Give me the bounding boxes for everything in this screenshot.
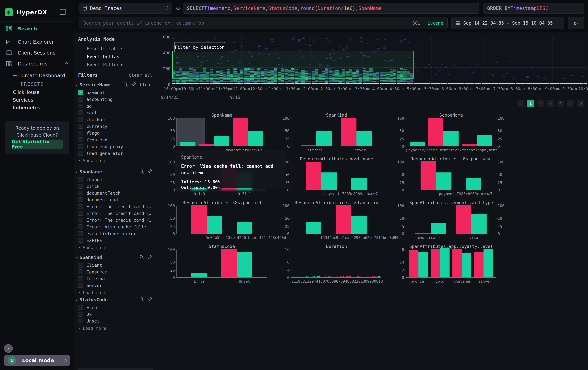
pin-icon[interactable] [148,297,152,302]
filter-group-header-SpanKind[interactable]: SpanKind [76,253,155,261]
filter-option-ok[interactable]: Ok [78,311,154,318]
filter-option-frontend[interactable]: frontend [78,136,154,143]
sidebar-item-kubernetes[interactable]: Kubernetes [0,103,74,113]
pin-icon[interactable] [132,82,136,88]
search-icon[interactable] [139,169,144,175]
sidebar-collapse-icon[interactable] [59,9,66,15]
filter-option-consumer[interactable]: Consumer [78,269,154,275]
filter-option-currency[interactable]: currency [78,123,154,130]
filter-option-error-the-credit-card-[interactable]: Error: The credit card (… [78,210,154,217]
filter-option-expire[interactable]: EXPIRE [78,237,154,244]
search-input[interactable]: Search your events w/ Lucene ex. column:… [79,17,448,29]
checkbox-unchecked[interactable] [78,144,83,149]
local-mode-menu[interactable]: U Local mode [4,355,70,366]
pin-icon[interactable] [148,255,152,260]
date-range-picker[interactable]: Sep 14 22:04:35 - Sep 15 10:04:35 [452,17,564,29]
checkbox-unchecked[interactable] [78,124,83,129]
checkbox-unchecked[interactable] [78,137,83,142]
chart-plot[interactable] [406,250,496,278]
checkbox-unchecked[interactable] [78,270,83,274]
analysis-mode-event-patterns[interactable]: Event Patterns [81,61,151,69]
page-button-4[interactable]: 4 [557,100,564,107]
filter-option-unset[interactable]: Unset [78,318,154,324]
filter-option-error-visa-cache-full-[interactable]: Error: Visa cache full: … [78,223,154,230]
chart-plot[interactable] [291,118,381,146]
heatmap-plot[interactable] [172,36,587,85]
page-button-5[interactable]: 5 [567,100,574,107]
help-button[interactable]: ? [4,344,13,353]
checkbox-unchecked[interactable] [78,231,83,236]
run-query-button[interactable]: ▷ [568,17,584,29]
create-dashboard-button[interactable]: + Create Dashboard [0,70,74,80]
chart-plot[interactable] [177,118,267,146]
chart-plot[interactable] [291,250,381,278]
gear-icon[interactable]: ⚙ [174,4,182,12]
filter-option-payment[interactable]: ✓payment [78,89,154,96]
checkbox-unchecked[interactable] [78,104,83,109]
source-select[interactable]: Demo Traces [79,3,171,13]
page-button-2[interactable]: 2 [537,100,544,107]
chart-plot[interactable] [406,118,496,146]
filter-option-error-the-credit-card-[interactable]: Error: The credit card (… [78,203,154,210]
filter-option-change[interactable]: change [78,176,154,183]
filter-option-ad[interactable]: ad [78,103,154,110]
clear-all-button[interactable]: Clear all [129,73,152,78]
checkbox-unchecked[interactable] [78,151,83,156]
sidebar-item-search[interactable]: Search [0,22,74,35]
checkbox-unchecked[interactable] [78,211,83,216]
chart-plot[interactable] [291,206,381,234]
checkbox-unchecked[interactable] [78,131,83,135]
sql-toggle[interactable]: SQL [412,20,420,26]
filter-group-header-SpanName[interactable]: SpanName [76,168,155,176]
filter-option-documentload[interactable]: documentLoad [78,196,154,203]
search-icon[interactable] [139,297,144,302]
filter-option-checkout[interactable]: checkout [78,116,154,123]
show-more-button[interactable]: Show more [78,157,143,164]
filter-group-header-ServiceName[interactable]: ServiceNameClear [76,81,155,89]
checkbox-unchecked[interactable] [78,263,83,268]
chart-plot[interactable] [177,206,267,234]
filter-option-eventlistener-error[interactable]: eventListener.error [78,230,154,237]
chart-plot[interactable] [291,162,381,190]
checkbox-unchecked[interactable] [78,110,83,115]
sidebar-item-chart-explorer[interactable]: Chart Explorer [0,36,74,48]
checkbox-unchecked[interactable] [78,204,83,209]
next-page-button[interactable] [577,100,584,107]
checkbox-unchecked[interactable] [78,305,83,310]
checkbox-unchecked[interactable] [78,184,83,189]
analysis-mode-results-table[interactable]: Results Table [81,45,151,52]
filter-option-load-generator[interactable]: load-generator [78,150,154,157]
checkbox-unchecked[interactable] [78,97,83,102]
show-more-button[interactable]: Show more [78,244,143,251]
filter-option-click[interactable]: click [78,183,154,190]
checkbox-unchecked[interactable] [78,283,83,288]
filter-option-documentfetch[interactable]: documentFetch [78,190,154,196]
search-icon[interactable] [123,82,128,88]
load-more-button[interactable]: Load more [78,325,143,331]
checkbox-unchecked[interactable] [78,276,83,281]
heatmap-selection[interactable] [172,51,414,79]
search-icon[interactable] [139,255,144,260]
select-query-input[interactable]: SELECT Timestamp, ServiceName, StatusCod… [183,3,479,13]
page-button-3[interactable]: 3 [547,100,554,107]
prev-page-button[interactable] [517,100,524,107]
filter-group-clear-button[interactable]: Clear [140,82,152,87]
filter-option-error-the-credit-card-[interactable]: Error: The credit card (… [78,217,154,223]
filter-option-server[interactable]: Server [78,282,154,289]
checkbox-unchecked[interactable] [78,218,83,222]
checkbox-unchecked[interactable] [78,117,83,122]
page-button-1[interactable]: 1 [527,100,534,107]
checkbox-unchecked[interactable] [78,319,83,323]
checkbox-unchecked[interactable] [78,224,83,229]
sidebar-item-dashboards[interactable]: Dashboards [0,58,74,70]
checkbox-unchecked[interactable] [78,191,83,195]
filter-group-header-StatusCode[interactable]: StatusCode [76,296,155,304]
filter-option-error[interactable]: Error [78,304,154,311]
load-more-button[interactable]: Load more [78,290,143,296]
filter-option-client[interactable]: Client [78,262,154,269]
sidebar-item-client-sessions[interactable]: Client Sessions [0,47,74,59]
checkbox-unchecked[interactable] [78,197,83,202]
analysis-mode-event-deltas[interactable]: Event Deltas [81,53,151,60]
checkbox-unchecked[interactable] [78,238,83,243]
filter-option-accounting[interactable]: accounting [78,96,154,103]
